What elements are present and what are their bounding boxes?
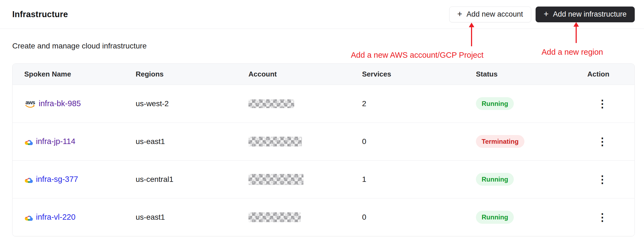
column-header-account: Account (237, 64, 350, 85)
column-header-spoken-name: Spoken Name (13, 64, 124, 85)
services-count: 2 (350, 85, 464, 123)
status-badge: Running (476, 97, 514, 110)
gcp-cloud-icon (24, 176, 34, 183)
kebab-menu-icon[interactable]: ⋮ (594, 135, 610, 148)
status-badge: Running (476, 211, 514, 224)
annotation-region-note: Add a new region (542, 48, 603, 57)
region-cell: us-east1 (124, 198, 237, 236)
add-new-account-label: Add new account (467, 10, 523, 19)
redacted-account-value (248, 174, 303, 185)
table-row: infra-vl-220 us-east1 0 Running ⋮ (13, 198, 634, 236)
annotation-arrow-region (576, 26, 577, 43)
table-header-row: Spoken Name Regions Account Services Sta… (13, 64, 634, 85)
plus-icon: + (457, 10, 462, 18)
services-count: 1 (350, 160, 464, 198)
redacted-account-value (248, 99, 294, 108)
infrastructure-link[interactable]: infra-jp-114 (36, 137, 75, 146)
infrastructure-link[interactable]: infra-bk-985 (39, 99, 81, 108)
infrastructure-link[interactable]: infra-sg-377 (36, 175, 78, 184)
table-row: infra-jp-114 us-east1 0 Terminating ⋮ (13, 123, 634, 160)
add-new-infrastructure-label: Add new infrastructure (553, 10, 627, 19)
topbar: Infrastructure + Add new account + Add n… (0, 0, 644, 29)
redacted-account-value (248, 137, 302, 146)
table-row: aws infra-bk-985 us-west-2 2 Runni (13, 85, 634, 123)
kebab-menu-icon[interactable]: ⋮ (594, 173, 610, 186)
gcp-cloud-icon (24, 213, 34, 221)
services-count: 0 (350, 198, 464, 236)
column-header-status: Status (464, 64, 576, 85)
kebab-menu-icon[interactable]: ⋮ (594, 211, 610, 224)
gcp-cloud-icon (24, 138, 34, 145)
annotation-account-note: Add a new AWS account/GCP Project (351, 51, 484, 60)
main-content: Create and manage cloud infrastructure S… (0, 41, 644, 236)
region-cell: us-central1 (124, 160, 237, 198)
plus-icon: + (544, 10, 549, 18)
table-row: infra-sg-377 us-central1 1 Running ⋮ (13, 160, 634, 198)
page-title: Infrastructure (12, 10, 68, 19)
infrastructure-link[interactable]: infra-vl-220 (36, 213, 75, 222)
add-new-infrastructure-button[interactable]: + Add new infrastructure (536, 7, 635, 22)
column-header-services: Services (350, 64, 464, 85)
aws-icon: aws (24, 100, 36, 108)
annotation-arrow-account (471, 27, 472, 46)
status-badge: Terminating (476, 135, 524, 148)
add-new-account-button[interactable]: + Add new account (449, 7, 531, 22)
status-badge: Running (476, 173, 514, 186)
region-cell: us-west-2 (124, 85, 237, 123)
services-count: 0 (350, 123, 464, 160)
kebab-menu-icon[interactable]: ⋮ (594, 97, 610, 110)
region-cell: us-east1 (124, 123, 237, 160)
column-header-regions: Regions (124, 64, 237, 85)
column-header-action: Action (576, 64, 634, 85)
infrastructure-table: Spoken Name Regions Account Services Sta… (12, 63, 635, 236)
topbar-actions: + Add new account + Add new infrastructu… (449, 7, 635, 22)
redacted-account-value (248, 212, 301, 222)
